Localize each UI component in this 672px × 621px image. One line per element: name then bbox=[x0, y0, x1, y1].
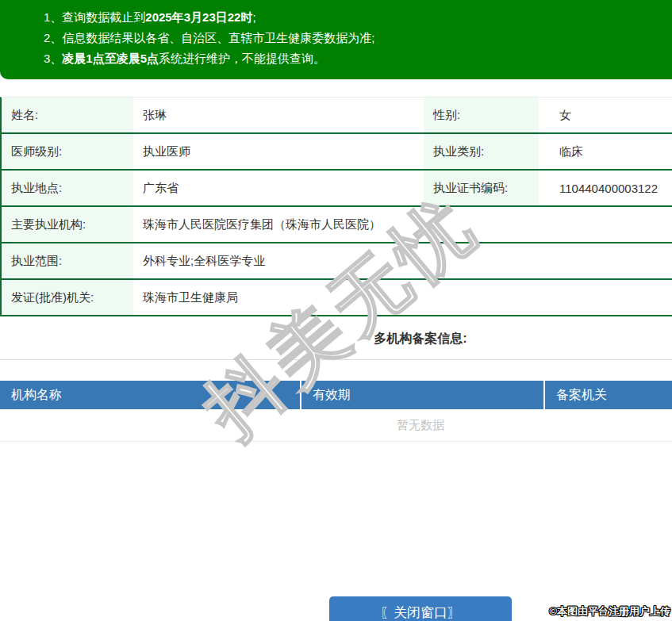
field-label-issuing-authority: 发证(批准)机关: bbox=[2, 280, 133, 315]
filing-table-header: 机构名称 有效期 备案机关 bbox=[0, 381, 672, 409]
field-value-practice-category: 临床 bbox=[539, 134, 672, 169]
filing-column-filing-authority: 备案机关 bbox=[545, 381, 672, 409]
field-label-practice-category: 执业类别: bbox=[424, 134, 539, 169]
filing-column-validity-period: 有效期 bbox=[301, 381, 545, 409]
field-value-practice-scope: 外科专业;全科医学专业 bbox=[133, 243, 672, 278]
filing-section-heading: 多机构备案信息: bbox=[0, 331, 672, 347]
table-row: 执业地点: 广东省 执业证书编码: 110440400003122 bbox=[2, 171, 672, 207]
field-value-gender: 女 bbox=[539, 98, 672, 132]
field-value-doctor-level: 执业医师 bbox=[133, 134, 424, 169]
page-container: 1、查询数据截止到2025年3月23日22时; 2、信息数据结果以各省、自治区、… bbox=[0, 0, 672, 442]
practitioner-info-table: 姓名: 张琳 性别: 女 医师级别: 执业医师 执业类别: 临床 执业地点: 广… bbox=[0, 97, 672, 316]
field-value-issuing-authority: 珠海市卫生健康局 bbox=[133, 280, 672, 315]
notice-line-3: 3、凌晨1点至凌晨5点系统进行维护，不能提供查询。 bbox=[44, 48, 672, 69]
notice-line-1: 1、查询数据截止到2025年3月23日22时; bbox=[44, 7, 672, 28]
close-window-button[interactable]: 〖关闭窗口〗 bbox=[329, 596, 512, 621]
filing-column-institution-name: 机构名称 bbox=[0, 381, 301, 409]
table-row: 执业范围: 外科专业;全科医学专业 bbox=[2, 243, 672, 280]
field-label-practice-scope: 执业范围: bbox=[2, 243, 133, 278]
table-row: 医师级别: 执业医师 执业类别: 临床 bbox=[2, 134, 672, 171]
field-label-name: 姓名: bbox=[2, 98, 133, 132]
table-row: 主要执业机构: 珠海市人民医院医疗集团（珠海市人民医院） bbox=[2, 207, 672, 243]
section-divider bbox=[0, 359, 672, 360]
notice-line-2: 2、信息数据结果以各省、自治区、直辖市卫生健康委数据为准; bbox=[44, 28, 672, 48]
table-row: 姓名: 张琳 性别: 女 bbox=[2, 98, 672, 134]
field-value-main-institution: 珠海市人民医院医疗集团（珠海市人民医院） bbox=[133, 207, 672, 242]
copyright-text: ©本图由平台注册用户上传 bbox=[549, 604, 670, 619]
filing-empty-state: 暂无数据 bbox=[0, 409, 672, 442]
table-row: 发证(批准)机关: 珠海市卫生健康局 bbox=[2, 280, 672, 316]
field-label-certificate-number: 执业证书编码: bbox=[424, 171, 539, 205]
field-value-name: 张琳 bbox=[133, 98, 424, 132]
field-label-doctor-level: 医师级别: bbox=[2, 134, 133, 169]
field-label-practice-location: 执业地点: bbox=[2, 171, 133, 205]
field-value-certificate-number: 110440400003122 bbox=[539, 171, 672, 205]
field-label-main-institution: 主要执业机构: bbox=[2, 207, 133, 242]
field-label-gender: 性别: bbox=[424, 98, 539, 132]
field-value-practice-location: 广东省 bbox=[133, 171, 424, 205]
notice-banner: 1、查询数据截止到2025年3月23日22时; 2、信息数据结果以各省、自治区、… bbox=[0, 0, 672, 79]
